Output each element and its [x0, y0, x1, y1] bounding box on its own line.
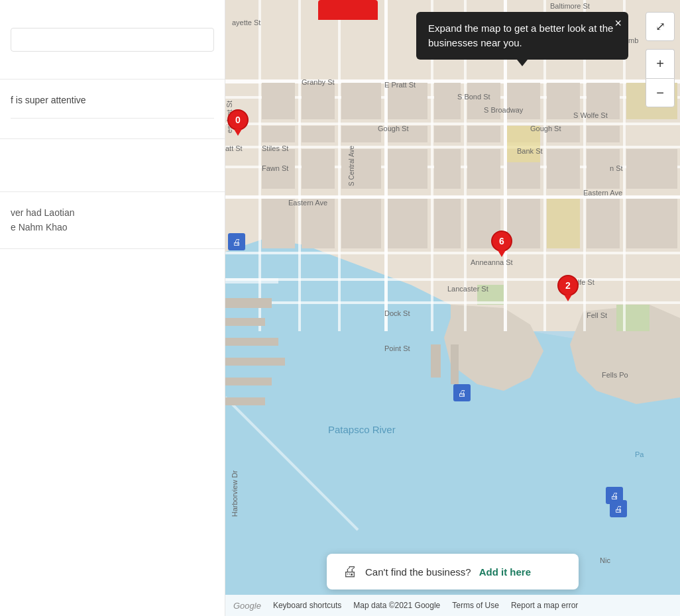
map-controls: ⤢ + −: [646, 12, 675, 107]
map-pin-0[interactable]: 0: [227, 109, 249, 136]
map-svg: [225, 0, 680, 616]
svg-rect-16: [384, 0, 388, 331]
bottom-bar: 🖨 Can't find the business? Add it here: [327, 554, 579, 590]
map-tooltip: × Expand the map to get a better look at…: [416, 12, 628, 60]
svg-rect-53: [626, 149, 677, 189]
svg-rect-12: [225, 301, 680, 304]
svg-rect-40: [467, 126, 500, 142]
svg-rect-24: [225, 278, 278, 283]
red-top-bar: [318, 0, 378, 20]
marker-icon-4: 🖨: [614, 504, 623, 514]
marker-icon-3: 🖨: [610, 491, 619, 501]
svg-rect-63: [626, 199, 677, 248]
pin-circle-0: 0: [227, 109, 249, 130]
svg-rect-6: [225, 123, 680, 125]
svg-rect-57: [388, 199, 427, 248]
zoom-in-icon: +: [656, 56, 664, 72]
expand-icon: ⤢: [655, 19, 665, 34]
svg-rect-37: [341, 126, 381, 142]
pin-circle-2: 2: [557, 275, 579, 296]
svg-rect-30: [467, 83, 500, 119]
tooltip-close-button[interactable]: ×: [614, 17, 622, 29]
svg-rect-54: [262, 199, 295, 248]
svg-rect-58: [434, 199, 461, 248]
marker-icon-1: 🖨: [233, 237, 241, 247]
expand-map-button[interactable]: ⤢: [646, 12, 675, 41]
svg-rect-7: [225, 146, 680, 148]
svg-rect-68: [225, 378, 272, 385]
tooltip-text: Expand the map to get a better look at t…: [428, 23, 613, 48]
keyboard-shortcuts-link[interactable]: Keyboard shortcuts: [273, 601, 341, 610]
terms-of-use-link[interactable]: Terms of Use: [452, 601, 499, 610]
zoom-out-button[interactable]: −: [646, 78, 675, 107]
zoom-out-icon: −: [656, 85, 664, 101]
map-pin-2[interactable]: 2: [557, 275, 579, 301]
svg-rect-29: [434, 83, 461, 119]
svg-rect-36: [302, 126, 335, 142]
svg-rect-55: [302, 199, 335, 248]
divider-1: [11, 118, 214, 119]
card-top-bar: [11, 28, 214, 52]
svg-rect-70: [431, 344, 441, 378]
svg-rect-65: [225, 318, 265, 326]
svg-rect-45: [302, 149, 335, 189]
zoom-in-button[interactable]: +: [646, 49, 675, 78]
map-data-text: Map data ©2021 Google: [353, 601, 440, 610]
blue-marker-4[interactable]: 🖨: [610, 500, 627, 517]
add-it-here-link[interactable]: Add it here: [479, 566, 531, 578]
svg-rect-62: [587, 199, 620, 248]
svg-rect-33: [587, 83, 620, 119]
left-panel: f is super attentive ver had Laotian e N…: [0, 0, 225, 616]
map-pin-6[interactable]: 6: [490, 231, 513, 257]
svg-rect-38: [388, 126, 427, 142]
card-3: [0, 139, 225, 192]
svg-rect-35: [262, 126, 295, 142]
marker-icon-2: 🖨: [458, 388, 467, 398]
pin-tail-0: [234, 129, 242, 136]
svg-rect-15: [338, 0, 341, 331]
pin-tail-2: [564, 295, 572, 301]
svg-rect-9: [225, 195, 680, 199]
svg-rect-3: [616, 305, 650, 331]
svg-rect-52: [587, 149, 620, 189]
pin-tail-6: [498, 250, 506, 257]
svg-rect-64: [225, 298, 272, 308]
pin-circle-6: 6: [491, 231, 512, 252]
svg-rect-69: [225, 397, 265, 405]
svg-rect-10: [225, 252, 680, 254]
card-1: [0, 0, 225, 79]
map-container: Baltimore St ayette St mb Granby St E Pr…: [225, 0, 680, 616]
svg-rect-47: [388, 149, 427, 189]
card-4: ver had Laotian e Nahm Khao: [0, 192, 225, 249]
svg-rect-31: [507, 83, 540, 119]
bottom-bar-text: Can't find the business?: [365, 566, 471, 578]
svg-rect-46: [341, 149, 381, 189]
svg-rect-66: [225, 338, 278, 346]
svg-rect-43: [587, 126, 620, 142]
card-2: f is super attentive: [0, 79, 225, 139]
review-text-1: f is super attentive: [11, 93, 214, 107]
svg-rect-49: [467, 149, 500, 189]
svg-rect-28: [388, 83, 427, 119]
svg-rect-25: [262, 83, 295, 119]
svg-rect-32: [547, 83, 580, 119]
svg-rect-27: [341, 83, 381, 119]
bottom-bar-icon: 🖨: [343, 563, 357, 580]
svg-rect-56: [341, 199, 381, 248]
review-text-2: ver had Laotian e Nahm Khao: [11, 205, 214, 235]
zoom-controls: + −: [646, 49, 675, 107]
svg-rect-11: [225, 278, 680, 281]
svg-rect-48: [434, 149, 461, 189]
blue-marker-1[interactable]: 🖨: [228, 233, 245, 250]
svg-rect-67: [225, 358, 285, 366]
svg-rect-14: [298, 0, 301, 331]
map-footer: Google Keyboard shortcuts Map data ©2021…: [225, 595, 680, 616]
svg-rect-71: [451, 344, 459, 384]
svg-rect-39: [434, 126, 461, 142]
report-error-link[interactable]: Report a map error: [511, 601, 578, 610]
svg-rect-73: [547, 199, 580, 248]
blue-marker-2[interactable]: 🖨: [453, 384, 471, 401]
svg-rect-72: [507, 126, 540, 162]
svg-rect-42: [547, 126, 580, 142]
svg-rect-44: [262, 149, 295, 189]
